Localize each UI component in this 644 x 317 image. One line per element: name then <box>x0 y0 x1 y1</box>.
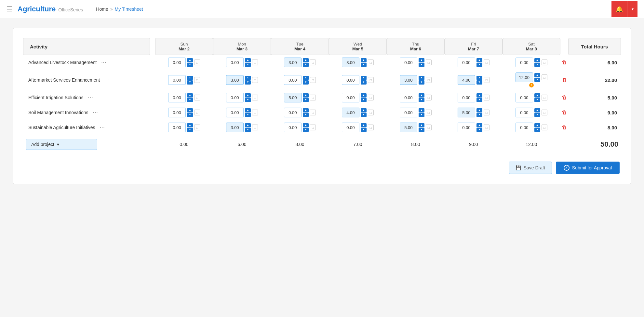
hours-input-row2-day6[interactable] <box>516 93 533 102</box>
spin-up-button[interactable]: ▲ <box>187 76 193 80</box>
note-button[interactable]: □ <box>194 59 200 65</box>
activity-options-button[interactable]: ··· <box>98 124 106 131</box>
spin-down-button[interactable]: ▼ <box>476 80 482 85</box>
note-button[interactable]: □ <box>426 125 432 130</box>
hours-input-row1-day1[interactable] <box>226 75 244 85</box>
note-button[interactable]: □ <box>368 95 374 100</box>
note-button[interactable]: □ <box>484 77 490 83</box>
spin-up-button[interactable]: ▲ <box>534 93 540 98</box>
note-button[interactable]: □ <box>542 110 547 115</box>
spin-up-button[interactable]: ▲ <box>187 93 193 98</box>
spin-up-button[interactable]: ▲ <box>245 76 251 80</box>
spin-down-button[interactable]: ▼ <box>534 63 540 67</box>
note-button[interactable]: □ <box>310 59 316 65</box>
note-button[interactable]: □ <box>310 77 316 83</box>
nav-home-link[interactable]: Home <box>96 7 108 12</box>
spin-down-button[interactable]: ▼ <box>534 78 540 82</box>
spin-up-button[interactable]: ▲ <box>419 93 424 98</box>
menu-icon[interactable]: ☰ <box>7 5 12 13</box>
hours-input-row1-day3[interactable] <box>342 75 359 85</box>
hours-input-row0-day2[interactable] <box>284 58 302 67</box>
spin-up-button[interactable]: ▲ <box>476 123 482 127</box>
note-button[interactable]: □ <box>542 125 547 130</box>
spin-down-button[interactable]: ▼ <box>303 113 309 117</box>
note-button[interactable]: □ <box>484 59 490 65</box>
spin-up-button[interactable]: ▲ <box>476 93 482 98</box>
hours-input-row2-day5[interactable] <box>458 93 475 102</box>
add-project-button[interactable]: Add project ▾ <box>26 139 97 150</box>
spin-down-button[interactable]: ▼ <box>361 80 367 85</box>
hours-input-row3-day5[interactable] <box>458 108 475 117</box>
hours-input-row4-day2[interactable] <box>284 123 302 132</box>
spin-down-button[interactable]: ▼ <box>303 98 309 102</box>
hours-input-row3-day3[interactable] <box>342 108 359 117</box>
spin-up-button[interactable]: ▲ <box>245 58 251 62</box>
spin-up-button[interactable]: ▲ <box>476 76 482 80</box>
spin-down-button[interactable]: ▼ <box>476 113 482 117</box>
spin-down-button[interactable]: ▼ <box>187 113 193 117</box>
hours-input-row4-day0[interactable] <box>168 123 186 132</box>
note-button[interactable]: □ <box>194 95 200 100</box>
hours-input-row4-day5[interactable] <box>458 123 475 132</box>
spin-down-button[interactable]: ▼ <box>476 128 482 132</box>
hours-input-row2-day2[interactable] <box>284 93 302 102</box>
activity-options-button[interactable]: ··· <box>103 76 111 84</box>
spin-down-button[interactable]: ▼ <box>303 128 309 132</box>
hours-input-row1-day2[interactable] <box>284 75 302 85</box>
spin-up-button[interactable]: ▲ <box>419 108 424 112</box>
spin-up-button[interactable]: ▲ <box>419 123 424 127</box>
spin-up-button[interactable]: ▲ <box>303 108 309 112</box>
note-button[interactable]: □ <box>252 59 258 65</box>
spin-up-button[interactable]: ▲ <box>534 73 540 77</box>
spin-down-button[interactable]: ▼ <box>303 63 309 67</box>
spin-up-button[interactable]: ▲ <box>187 58 193 62</box>
hours-input-row2-day4[interactable] <box>400 93 417 102</box>
spin-up-button[interactable]: ▲ <box>419 58 424 62</box>
spin-down-button[interactable]: ▼ <box>476 63 482 67</box>
note-button[interactable]: □ <box>252 110 258 115</box>
note-button[interactable]: □ <box>194 77 200 83</box>
note-button[interactable]: □ <box>252 77 258 83</box>
note-button[interactable]: □ <box>484 95 490 100</box>
spin-up-button[interactable]: ▲ <box>245 123 251 127</box>
note-button[interactable]: □ <box>252 125 258 130</box>
hours-input-row4-day6[interactable] <box>516 123 533 132</box>
hours-input-row3-day0[interactable] <box>168 108 186 117</box>
hours-input-row3-day2[interactable] <box>284 108 302 117</box>
spin-down-button[interactable]: ▼ <box>303 80 309 85</box>
notification-bell-button[interactable]: 🔔 <box>611 1 627 17</box>
nav-timesheet-link[interactable]: My Timesheet <box>115 7 143 12</box>
note-button[interactable]: □ <box>426 95 432 100</box>
note-button[interactable]: □ <box>426 110 432 115</box>
spin-down-button[interactable]: ▼ <box>534 98 540 102</box>
hours-input-row2-day1[interactable] <box>226 93 244 102</box>
activity-options-button[interactable]: ··· <box>91 109 99 116</box>
spin-up-button[interactable]: ▲ <box>361 123 367 127</box>
note-button[interactable]: □ <box>252 95 258 100</box>
note-button[interactable]: □ <box>542 74 547 80</box>
note-button[interactable]: □ <box>484 110 490 115</box>
hours-input-row3-day1[interactable] <box>226 108 244 117</box>
hours-input-row4-day3[interactable] <box>342 123 359 132</box>
hours-input-row0-day6[interactable] <box>516 58 533 67</box>
hours-input-row1-day5[interactable] <box>458 75 475 85</box>
hours-input-row1-day4[interactable] <box>400 75 417 85</box>
delete-row-button[interactable]: 🗑 <box>560 76 568 84</box>
note-button[interactable]: □ <box>368 125 374 130</box>
submit-approval-button[interactable]: ✓ Submit for Approval <box>556 162 620 174</box>
hours-input-row0-day4[interactable] <box>400 58 417 67</box>
spin-down-button[interactable]: ▼ <box>534 128 540 132</box>
hours-input-row2-day3[interactable] <box>342 93 359 102</box>
spin-down-button[interactable]: ▼ <box>187 63 193 67</box>
spin-up-button[interactable]: ▲ <box>476 108 482 112</box>
spin-down-button[interactable]: ▼ <box>419 128 424 132</box>
delete-row-button[interactable]: 🗑 <box>560 58 568 67</box>
note-button[interactable]: □ <box>368 59 374 65</box>
spin-up-button[interactable]: ▲ <box>476 58 482 62</box>
spin-up-button[interactable]: ▲ <box>361 108 367 112</box>
note-button[interactable]: □ <box>426 59 432 65</box>
spin-down-button[interactable]: ▼ <box>245 98 251 102</box>
spin-up-button[interactable]: ▲ <box>303 76 309 80</box>
spin-down-button[interactable]: ▼ <box>361 113 367 117</box>
spin-up-button[interactable]: ▲ <box>534 123 540 127</box>
